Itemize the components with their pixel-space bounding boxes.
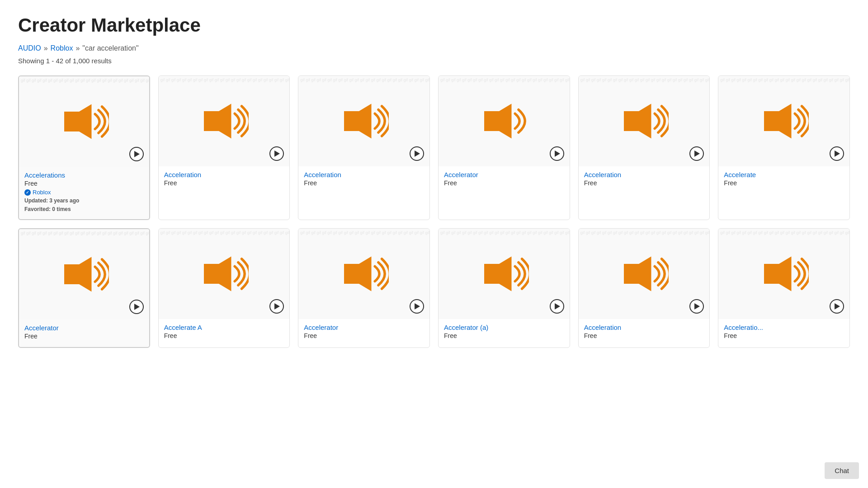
card-thumb-4: gif gif gif gif gif gif gif gif gif gif … [439,76,570,166]
svg-marker-4 [624,104,651,139]
card-thumb-5: gif gif gif gif gif gif gif gif gif gif … [579,76,710,166]
breadcrumb-audio[interactable]: AUDIO [18,44,41,52]
svg-marker-7 [204,257,231,291]
audio-icon-7 [59,254,109,295]
svg-marker-1 [204,104,231,139]
audio-icon-5 [619,101,669,141]
card-item-3[interactable]: gif gif gif gif gif gif gif gif gif gif … [298,75,430,220]
audio-icon-1 [59,101,109,142]
card-info-2: Acceleration Free [159,166,290,194]
card-item-12[interactable]: gif gif gif gif gif gif gif gif gif gif … [718,228,850,348]
card-thumb-7: gif gif gif gif gif gif gif gif gif gif … [19,229,149,319]
audio-icon-11 [619,253,669,294]
card-title-8: Accelerate A [164,324,284,331]
card-title-1: Accelerations [24,171,144,179]
svg-marker-2 [344,104,372,139]
breadcrumb-sep1: » [44,44,48,52]
play-button-4[interactable] [550,146,564,161]
card-info-12: Acceleratio... Free [718,319,849,347]
card-price-12: Free [724,332,844,339]
card-price-9: Free [304,332,424,339]
card-info-11: Acceleration Free [579,319,710,347]
card-title-9: Accelerator [304,324,424,331]
card-title-10: Accelerator (a) [444,324,564,331]
card-thumb-1: gif gif gif gif gif gif gif gif gif gif … [19,76,149,167]
card-price-5: Free [584,179,704,187]
card-thumb-9: gif gif gif gif gif gif gif gif gif gif … [298,229,429,319]
results-grid-row1: gif gif gif gif gif gif gif gif gif gif … [18,75,850,220]
card-info-3: Acceleration Free [298,166,429,194]
results-count: Showing 1 - 42 of 1,000 results [18,57,850,65]
card-title-5: Acceleration [584,171,704,178]
card-title-11: Acceleration [584,324,704,331]
svg-marker-0 [64,104,92,139]
svg-marker-10 [624,257,651,291]
breadcrumb-sep2: » [75,44,80,52]
card-thumb-10: gif gif gif gif gif gif gif gif gif gif … [439,229,570,319]
audio-icon-10 [479,253,529,294]
play-button-1[interactable] [129,147,144,161]
card-item-8[interactable]: gif gif gif gif gif gif gif gif gif gif … [158,228,290,348]
card-price-6: Free [724,179,844,187]
card-thumb-2: gif gif gif gif gif gif gif gif gif gif … [159,76,290,166]
card-price-7: Free [24,333,144,340]
results-grid-row2: gif gif gif gif gif gif gif gif gif gif … [18,228,850,348]
play-button-10[interactable] [550,299,564,314]
card-thumb-3: gif gif gif gif gif gif gif gif gif gif … [298,76,429,166]
play-button-6[interactable] [830,146,844,161]
card-item-11[interactable]: gif gif gif gif gif gif gif gif gif gif … [578,228,710,348]
card-price-11: Free [584,332,704,339]
chat-button[interactable]: Chat [825,462,859,479]
svg-marker-6 [64,257,92,292]
card-title-4: Accelerator [444,171,564,178]
card-title-7: Accelerator [24,324,144,332]
audio-icon-12 [759,253,809,294]
card-item-2[interactable]: gif gif gif gif gif gif gif gif gif gif … [158,75,290,220]
audio-icon-8 [199,253,249,294]
card-title-2: Acceleration [164,171,284,178]
audio-icon-2 [199,101,249,141]
card-info-1: Accelerations Free Roblox Updated: 3 yea… [19,167,149,219]
card-item-1[interactable]: gif gif gif gif gif gif gif gif gif gif … [18,75,150,220]
card-info-9: Accelerator Free [298,319,429,347]
play-button-7[interactable] [129,300,144,314]
svg-marker-9 [484,257,512,291]
card-info-4: Accelerator Free [439,166,570,194]
svg-marker-3 [484,104,512,139]
audio-icon-3 [339,101,389,141]
card-thumb-8: gif gif gif gif gif gif gif gif gif gif … [159,229,290,319]
card-title-3: Acceleration [304,171,424,178]
card-meta-1: Updated: 3 years ago Favorited: 0 times [24,197,144,214]
card-price-4: Free [444,179,564,187]
card-price-8: Free [164,332,284,339]
card-item-6[interactable]: gif gif gif gif gif gif gif gif gif gif … [718,75,850,220]
card-thumb-12: gif gif gif gif gif gif gif gif gif gif … [718,229,849,319]
card-thumb-6: gif gif gif gif gif gif gif gif gif gif … [718,76,849,166]
card-item-9[interactable]: gif gif gif gif gif gif gif gif gif gif … [298,228,430,348]
audio-icon-4 [479,101,529,141]
audio-icon-9 [339,253,389,294]
svg-marker-5 [764,104,792,139]
breadcrumb-query: "car acceleration" [82,44,138,52]
card-price-3: Free [304,179,424,187]
page-title: Creator Marketplace [18,14,850,36]
card-price-2: Free [164,179,284,187]
card-price-1: Free [24,180,144,187]
card-info-7: Accelerator Free [19,319,149,347]
breadcrumb: AUDIO » Roblox » "car acceleration" [18,44,850,52]
breadcrumb-roblox[interactable]: Roblox [51,44,73,52]
card-item-4[interactable]: gif gif gif gif gif gif gif gif gif gif … [438,75,570,220]
verified-icon-1 [24,189,31,196]
svg-marker-8 [344,257,372,291]
audio-icon-6 [759,101,809,141]
svg-marker-11 [764,257,792,291]
card-info-6: Accelerate Free [718,166,849,194]
card-thumb-11: gif gif gif gif gif gif gif gif gif gif … [579,229,710,319]
card-price-10: Free [444,332,564,339]
card-item-7[interactable]: gif gif gif gif gif gif gif gif gif gif … [18,228,150,348]
card-item-10[interactable]: gif gif gif gif gif gif gif gif gif gif … [438,228,570,348]
play-button-3[interactable] [410,146,424,161]
card-title-6: Accelerate [724,171,844,178]
card-item-5[interactable]: gif gif gif gif gif gif gif gif gif gif … [578,75,710,220]
card-info-8: Accelerate A Free [159,319,290,347]
